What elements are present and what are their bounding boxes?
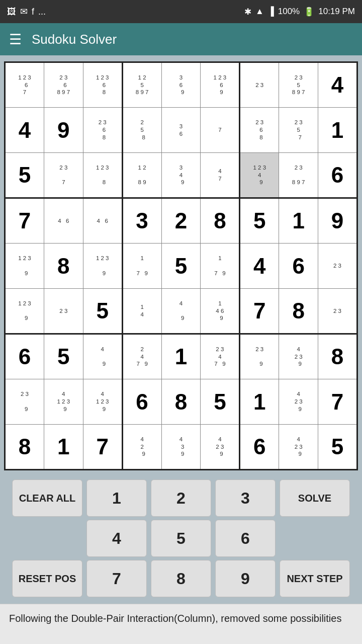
table-row[interactable]: 4 2 3 9	[279, 425, 318, 470]
table-row[interactable]: 2 3 4 7 9	[201, 334, 240, 379]
table-row[interactable]: 1	[279, 198, 318, 244]
table-row[interactable]: 1 2 3 6 8	[83, 62, 122, 108]
table-row[interactable]: 4	[240, 244, 279, 289]
num-6-button[interactable]: 6	[215, 520, 276, 557]
table-row[interactable]: 7	[240, 289, 279, 334]
table-row[interactable]: 1 4 6 9	[201, 289, 240, 334]
table-row[interactable]: 8	[279, 289, 318, 334]
table-row[interactable]: 4 3 9	[161, 425, 201, 470]
table-row[interactable]: 2 5 8	[122, 108, 161, 153]
status-left: 🖼 ✉ f ...	[7, 6, 46, 17]
table-row[interactable]: 2 3	[240, 62, 279, 108]
table-row[interactable]: 1 2 5 8 9 7	[122, 62, 161, 108]
table-row[interactable]: 4 2 9	[122, 425, 161, 470]
table-row[interactable]: 1 2 3 4 9	[240, 153, 279, 198]
table-row[interactable]: 7	[201, 108, 240, 153]
clear-all-button[interactable]: CLEAR ALL	[12, 479, 82, 517]
table-row[interactable]: 1 2 3 9	[5, 289, 44, 334]
table-row[interactable]: 8	[5, 425, 44, 470]
table-row[interactable]: 4 1 2 3 9	[44, 379, 83, 425]
table-row[interactable]: 1 2 3 9	[5, 244, 44, 289]
table-row[interactable]: 8	[44, 244, 83, 289]
table-row[interactable]: 7	[83, 425, 122, 470]
table-row[interactable]: 4 9	[83, 334, 122, 379]
table-row[interactable]: 2 3 9	[5, 379, 44, 425]
status-bar: 🖼 ✉ f ... ✱ ▲ ▐ 100% 🔋 10:19 PM	[0, 0, 362, 23]
wifi-icon: ▲	[255, 7, 264, 17]
next-step-button[interactable]: NEXT STEP	[280, 560, 350, 597]
reset-pos-button[interactable]: RESET POS	[12, 560, 82, 597]
table-row[interactable]: 3 6	[161, 108, 201, 153]
table-row[interactable]: 1 7 9	[201, 244, 240, 289]
table-row[interactable]: 4 2 3 9	[279, 334, 318, 379]
table-row[interactable]: 7	[5, 198, 44, 244]
table-row[interactable]: 2 3	[318, 289, 357, 334]
num-2-button[interactable]: 2	[151, 479, 211, 517]
table-row[interactable]: 3 6 9	[161, 62, 201, 108]
table-row[interactable]: 9	[44, 108, 83, 153]
table-row[interactable]: 2 3 6 8 9 7	[44, 62, 83, 108]
table-row[interactable]: 3 4 9	[161, 153, 201, 198]
table-row[interactable]: 5	[161, 244, 201, 289]
table-row[interactable]: 5	[318, 425, 357, 470]
table-row[interactable]: 6	[240, 425, 279, 470]
num-3-button[interactable]: 3	[215, 479, 276, 517]
table-row[interactable]: 4 9	[161, 289, 201, 334]
table-row[interactable]: 1 4	[122, 289, 161, 334]
num-4-button[interactable]: 4	[86, 520, 147, 557]
num-5-button[interactable]: 5	[151, 520, 211, 557]
table-row[interactable]: 5	[201, 379, 240, 425]
table-row[interactable]: 2 3 9	[240, 334, 279, 379]
table-row[interactable]: 5	[44, 334, 83, 379]
table-row[interactable]: 1	[161, 334, 201, 379]
table-row[interactable]: 2 3 6 8	[240, 108, 279, 153]
solve-button[interactable]: SOLVE	[280, 479, 350, 517]
num-9-button[interactable]: 9	[215, 560, 276, 597]
table-row[interactable]: 3	[122, 198, 161, 244]
table-row[interactable]: 8	[201, 198, 240, 244]
table-row[interactable]: 2 3 7	[44, 153, 83, 198]
table-row[interactable]: 2 3 8 9 7	[279, 153, 318, 198]
table-row[interactable]: 7	[318, 379, 357, 425]
num-7-button[interactable]: 7	[86, 560, 147, 597]
table-row[interactable]: 4 7	[201, 153, 240, 198]
table-row[interactable]: 5	[5, 153, 44, 198]
table-row[interactable]: 1 7 9	[122, 244, 161, 289]
table-row[interactable]: 2 4 7 9	[122, 334, 161, 379]
table-row[interactable]: 5	[240, 198, 279, 244]
table-row[interactable]: 6	[122, 379, 161, 425]
table-row[interactable]: 1	[318, 108, 357, 153]
table-row[interactable]: 1 2 3 9	[83, 244, 122, 289]
table-row[interactable]: 1 2 3 6 7	[5, 62, 44, 108]
table-row[interactable]: 2 3 6 8	[83, 108, 122, 153]
table-row[interactable]: 4 2 3 9	[279, 379, 318, 425]
table-row[interactable]: 2	[161, 198, 201, 244]
table-row[interactable]: 8	[161, 379, 201, 425]
table-row[interactable]: 2 3 5 7	[279, 108, 318, 153]
table-row[interactable]: 1 2 3 6 9	[201, 62, 240, 108]
table-row[interactable]: 8	[318, 334, 357, 379]
sudoku-grid: 1 2 3 6 72 3 6 8 9 71 2 3 6 81 2 5 8 9 7…	[4, 61, 358, 470]
table-row[interactable]: 4 1 2 3 9	[83, 379, 122, 425]
table-row[interactable]: 6	[318, 153, 357, 198]
table-row[interactable]: 2 3 5 8 9 7	[279, 62, 318, 108]
menu-icon[interactable]: ☰	[9, 31, 22, 48]
num-8-button[interactable]: 8	[151, 560, 211, 597]
table-row[interactable]: 4 6	[44, 198, 83, 244]
table-row[interactable]: 1	[44, 425, 83, 470]
table-row[interactable]: 6	[5, 334, 44, 379]
table-row[interactable]: 1 2 8 9	[122, 153, 161, 198]
table-row[interactable]: 4 6	[83, 198, 122, 244]
num-1-button[interactable]: 1	[86, 479, 147, 517]
table-row[interactable]: 1 2 3 8	[83, 153, 122, 198]
table-row[interactable]: 5	[83, 289, 122, 334]
battery-percent: 100%	[278, 7, 300, 17]
table-row[interactable]: 4 2 3 9	[201, 425, 240, 470]
table-row[interactable]: 6	[279, 244, 318, 289]
table-row[interactable]: 2 3	[318, 244, 357, 289]
table-row[interactable]: 4	[5, 108, 44, 153]
table-row[interactable]: 1	[240, 379, 279, 425]
table-row[interactable]: 4	[318, 62, 357, 108]
table-row[interactable]: 9	[318, 198, 357, 244]
table-row[interactable]: 2 3	[44, 289, 83, 334]
